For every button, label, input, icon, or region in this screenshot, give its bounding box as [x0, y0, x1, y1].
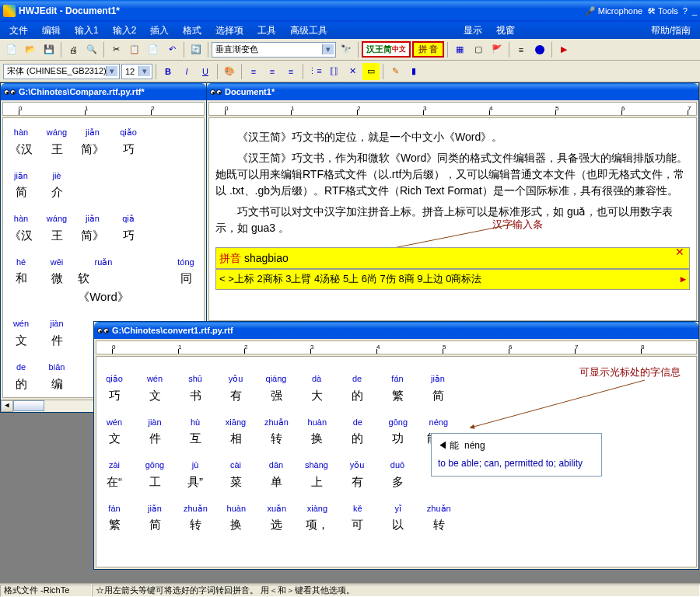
- char-tooltip: ◀ 能 néng to be able; can, permitted to; …: [431, 433, 602, 477]
- menu-format[interactable]: 格式: [177, 23, 208, 39]
- pinyin-char: qiáng强: [264, 372, 288, 405]
- scroll-thumb[interactable]: [13, 400, 44, 411]
- pinyin-char: yǒu有: [224, 372, 247, 405]
- convert-ruler[interactable]: 0123456789: [96, 340, 697, 354]
- grid-icon[interactable]: ▦: [451, 41, 468, 58]
- blue-box-icon[interactable]: ▮: [405, 63, 422, 80]
- compare-titlebar[interactable]: G:\Chinotes\Compare.rtf.py.rtf*: [1, 83, 206, 100]
- pinyin-char: jiè介: [45, 169, 68, 202]
- align-right-icon[interactable]: ≡: [282, 63, 299, 80]
- convert-window[interactable]: G:\Chinotes\convert1.rtf.py.rtf 01234567…: [93, 321, 699, 570]
- font-combo[interactable]: 宋体 (CHINESE_GB2312): [3, 64, 120, 79]
- pinyin-char: dà大: [305, 372, 328, 405]
- brackets-icon[interactable]: ⟦⟧: [325, 63, 342, 80]
- convert-content[interactable]: 可显示光标处的字信息qiǎo巧wén文shū书yǒu有qiáng强dà大de的f…: [96, 356, 697, 567]
- tooltip-header: ◀ 能 néng: [438, 438, 595, 453]
- pinyin-char: de的: [346, 416, 369, 449]
- app-icon: [3, 5, 16, 17]
- pinyin-char: fán繁: [103, 502, 126, 535]
- toolbar-format: 宋体 (CHINESE_GB2312) 12 B I U 🎨 ≡ ≡ ≡ ⋮≡ …: [0, 61, 700, 82]
- candidate-bar[interactable]: < >上标 2商标 3上臂 4汤秘 5上 6尚 7伤 8商 9上边 0商标法 ▸: [215, 269, 690, 290]
- minimize-icon[interactable]: _: [692, 6, 697, 16]
- italic-icon[interactable]: I: [178, 63, 195, 80]
- tools-tool[interactable]: 🛠 Tools: [647, 6, 678, 16]
- menu-advtools[interactable]: 高级工具: [284, 23, 334, 39]
- menu-display[interactable]: 显示: [457, 23, 488, 39]
- microphone-tool[interactable]: 🎤 Microphone: [585, 6, 643, 16]
- color-icon[interactable]: 🎨: [221, 63, 238, 80]
- highlight-icon[interactable]: ▭: [362, 63, 380, 80]
- pinyin-char: dān单: [264, 459, 288, 491]
- lines-icon[interactable]: ≡: [513, 41, 530, 58]
- help-icon[interactable]: ?: [683, 6, 688, 16]
- pinyin-char: zài在“: [103, 459, 126, 491]
- menu-input2[interactable]: 输入2: [107, 23, 143, 39]
- copy-icon[interactable]: 📋: [126, 41, 143, 58]
- dot-icon[interactable]: [531, 41, 548, 58]
- print-icon[interactable]: 🖨: [65, 41, 82, 58]
- pinyin-char: huàn换: [306, 416, 329, 449]
- cut-icon[interactable]: ✂: [107, 41, 124, 58]
- scroll-left-icon[interactable]: ◄: [1, 400, 13, 412]
- gradient-combo[interactable]: 垂直渐变色: [212, 42, 336, 58]
- hanwang-button[interactable]: 汉王简中文: [362, 41, 411, 58]
- triangle-icon[interactable]: ▶: [555, 41, 572, 58]
- flag-icon[interactable]: 🚩: [488, 41, 506, 58]
- x-icon[interactable]: ✕: [344, 63, 361, 80]
- new-icon[interactable]: 📄: [3, 41, 20, 58]
- menu-tools[interactable]: 工具: [251, 23, 282, 39]
- pinyin-char: hù互: [184, 416, 207, 449]
- document1-titlebar[interactable]: Document1*: [207, 83, 698, 100]
- pinyin-char: wáng王: [45, 126, 68, 159]
- document1-window[interactable]: Document1* 0123456789 《汉王简》巧文书的定位，就是一个中文…: [206, 82, 699, 323]
- align-left-icon[interactable]: ≡: [245, 63, 262, 80]
- compare-ruler[interactable]: 0123456789: [2, 102, 205, 116]
- status-hint: ☆用左箭头等键可将选好的字词转回拼音。 用＜和＞键看其他选项。: [92, 585, 700, 597]
- pinyin-char: zhuǎn转: [264, 416, 289, 449]
- pinyin-char: jù具”: [184, 459, 207, 491]
- convert-titlebar[interactable]: G:\Chinotes\convert1.rtf.py.rtf: [94, 322, 698, 339]
- pinyin-input-bar[interactable]: 拼音 shagbiao ✕: [215, 247, 690, 269]
- eyes-icon: [97, 328, 109, 333]
- pinyin-input-text[interactable]: shagbiao: [244, 250, 289, 267]
- binoculars-icon[interactable]: 🔭: [338, 41, 355, 58]
- pinyin-char: de的: [9, 361, 33, 393]
- pinyin-char: jiǎn简: [143, 502, 166, 535]
- menu-insert[interactable]: 插入: [144, 23, 175, 39]
- app-title: HWJEdit - Document1*: [19, 5, 582, 16]
- menu-file[interactable]: 文件: [3, 23, 34, 39]
- undo-icon[interactable]: ↶: [163, 41, 180, 58]
- bullets-icon[interactable]: ⋮≡: [306, 63, 324, 80]
- pinyin-char: shàng上: [305, 459, 328, 491]
- pinyin-char: wēi微: [45, 256, 68, 307]
- pinyin-char: xiāng相: [224, 416, 247, 449]
- pinyin-button[interactable]: 拼 音: [412, 41, 444, 58]
- candidates-text[interactable]: < >上标 2商标 3上臂 4汤秘 5上 6尚 7伤 8商 9上边 0商标法: [219, 271, 481, 288]
- menu-window[interactable]: 视窗: [490, 23, 521, 39]
- size-combo[interactable]: 12: [121, 64, 152, 79]
- open-icon[interactable]: 📂: [22, 41, 39, 58]
- pencil-icon[interactable]: ✎: [387, 63, 404, 80]
- menu-input1[interactable]: 输入1: [68, 23, 105, 39]
- box-icon[interactable]: ▢: [470, 41, 487, 58]
- menu-edit[interactable]: 编辑: [36, 23, 67, 39]
- document1-ruler[interactable]: 0123456789: [208, 102, 697, 116]
- underline-icon[interactable]: U: [197, 63, 214, 80]
- pinyin-char: yǒu有: [345, 459, 369, 491]
- align-center-icon[interactable]: ≡: [264, 63, 281, 80]
- pinyin-char: hàn《汉: [9, 126, 33, 159]
- pinyin-char: hàn《汉: [9, 212, 33, 245]
- tooltip-definition: to be able; can, permitted to; ability: [438, 456, 595, 471]
- pinyin-char: jiǎn简: [9, 169, 33, 202]
- convert-icon[interactable]: 🔄: [187, 41, 205, 58]
- menu-select[interactable]: 选择项: [209, 23, 250, 39]
- save-icon[interactable]: 💾: [40, 41, 58, 58]
- document1-content[interactable]: 《汉王简》巧文书的定位，就是一个中文小《Word》。 《汉王简》巧文书，作为和微…: [208, 117, 697, 321]
- menu-help[interactable]: 帮助/指南: [645, 23, 697, 39]
- paste-icon[interactable]: 📄: [145, 41, 162, 58]
- para-1: 《汉王简》巧文书的定位，就是一个中文小《Word》。: [215, 129, 690, 145]
- close-icon[interactable]: ✕: [675, 243, 684, 260]
- preview-icon[interactable]: 🔍: [83, 41, 100, 58]
- bold-icon[interactable]: B: [159, 63, 177, 80]
- candidate-nav-icon[interactable]: ▸: [681, 271, 686, 288]
